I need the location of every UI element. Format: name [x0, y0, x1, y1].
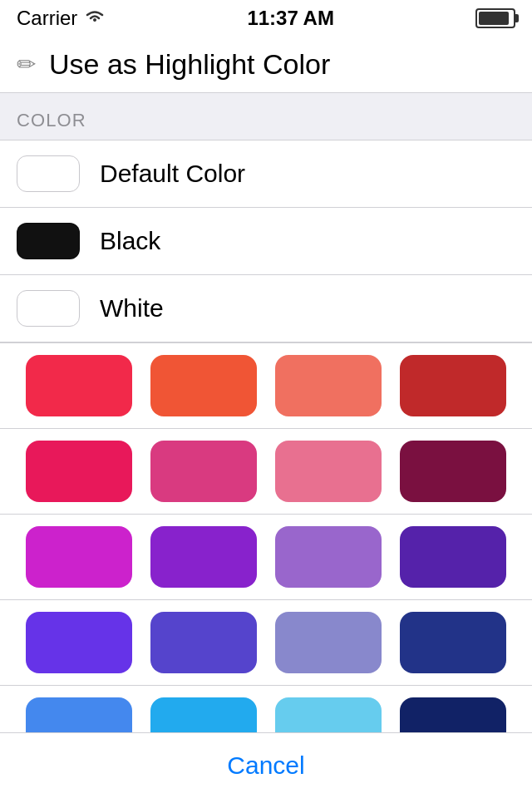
color-row-0: [0, 343, 532, 429]
color-chip-3-0[interactable]: [26, 612, 132, 673]
swatch-default: [17, 155, 80, 192]
color-chip-2-3[interactable]: [400, 526, 506, 588]
wifi-icon: [84, 7, 106, 30]
color-chip-2-2[interactable]: [275, 526, 382, 588]
color-chip-0-0[interactable]: [26, 355, 132, 416]
color-chip-2-1[interactable]: [150, 526, 257, 588]
color-chip-3-2[interactable]: [275, 612, 382, 673]
color-chip-3-3[interactable]: [400, 612, 506, 673]
swatch-white: [17, 290, 80, 327]
list-item-white[interactable]: White: [0, 275, 532, 342]
color-row-3: [0, 600, 532, 686]
color-row-2: [0, 515, 532, 600]
color-chip-3-1[interactable]: [150, 612, 257, 673]
status-bar: Carrier 11:37 AM: [0, 0, 532, 37]
color-chip-1-1[interactable]: [150, 441, 257, 502]
color-row-1: [0, 429, 532, 515]
section-label-color: COLOR: [0, 93, 532, 140]
color-chip-1-0[interactable]: [26, 441, 132, 502]
pencil-icon: ✏: [17, 51, 36, 78]
label-black: Black: [100, 227, 160, 255]
color-chip-1-3[interactable]: [400, 441, 506, 502]
list-item-default[interactable]: Default Color: [0, 140, 532, 208]
battery-fill: [479, 12, 509, 25]
list-item-black[interactable]: Black: [0, 208, 532, 275]
color-chip-1-2[interactable]: [275, 441, 382, 502]
header: ✏ Use as Highlight Color: [0, 37, 532, 93]
battery-icon: [475, 8, 515, 28]
swatch-black: [17, 223, 80, 259]
cancel-button[interactable]: Cancel: [227, 751, 304, 780]
label-default: Default Color: [100, 160, 245, 188]
battery-indicator: [475, 8, 515, 28]
color-chip-0-2[interactable]: [275, 355, 382, 416]
carrier-label: Carrier: [17, 7, 106, 30]
color-list: Default Color Black White: [0, 140, 532, 342]
label-white: White: [100, 294, 164, 323]
color-chip-0-3[interactable]: [400, 355, 506, 416]
carrier-text: Carrier: [17, 7, 77, 30]
time-label: 11:37 AM: [247, 7, 333, 30]
color-chip-0-1[interactable]: [150, 355, 257, 416]
color-chip-2-0[interactable]: [26, 526, 132, 588]
color-grid: [0, 342, 532, 771]
cancel-bar: Cancel: [0, 732, 532, 798]
page-title: Use as Highlight Color: [49, 48, 330, 81]
